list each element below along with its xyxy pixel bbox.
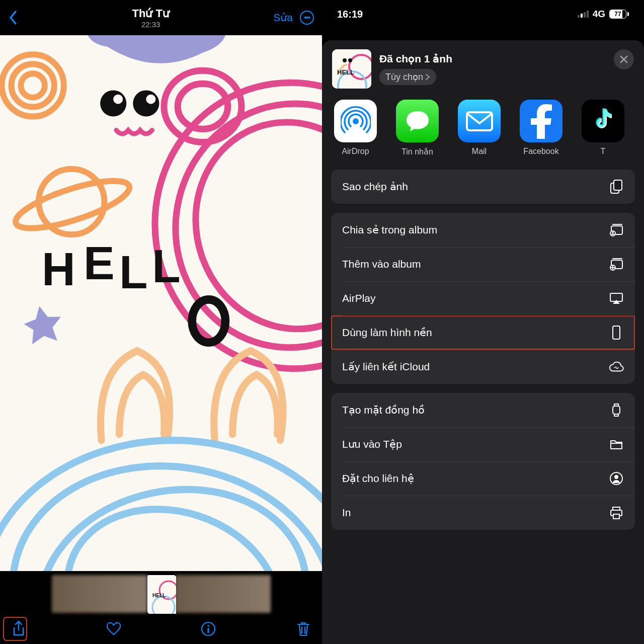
shared-album-icon	[609, 222, 624, 237]
svg-point-6	[113, 95, 123, 104]
battery-icon: 77	[609, 10, 629, 19]
add-album-icon	[609, 257, 624, 272]
action-airplay[interactable]: AirPlay	[331, 281, 635, 315]
app-messages[interactable]: Tin nhắn	[396, 100, 439, 156]
app-tiktok[interactable]: T	[582, 100, 624, 156]
action-print[interactable]: In	[331, 496, 635, 530]
options-button[interactable]: Tùy chọn	[379, 69, 436, 85]
thumbnail[interactable]	[52, 575, 147, 613]
cloud-link-icon	[609, 359, 624, 374]
svg-rect-47	[613, 326, 620, 339]
selected-thumbnail: HELL	[332, 49, 371, 89]
action-copy-photo[interactable]: Sao chép ảnh	[331, 170, 635, 204]
svg-text:H: H	[42, 243, 75, 295]
status-time: 16:19	[337, 9, 363, 20]
app-label: Mail	[472, 147, 487, 156]
svg-point-37	[353, 118, 359, 124]
bottom-toolbar	[0, 614, 322, 644]
row-label: Thêm vào album	[342, 258, 421, 270]
svg-text:L: L	[119, 246, 147, 298]
row-label: Dùng làm hình nền	[342, 327, 432, 339]
svg-point-35	[343, 58, 347, 62]
back-button[interactable]	[8, 10, 28, 25]
folder-icon	[609, 437, 624, 452]
edit-button[interactable]: Sửa	[273, 12, 293, 24]
heart-icon	[106, 621, 121, 636]
share-sheet: HELL Đã chọn 1 ảnh Tùy chọn AirDrop	[322, 40, 644, 644]
airdrop-icon	[334, 100, 377, 142]
action-save-files[interactable]: Lưu vào Tệp	[331, 427, 635, 461]
share-sheet-panel: 16:19 4G 77 HELL Đã chọn 1 ảnh Tùy chọn	[322, 0, 644, 644]
app-label: Facebook	[523, 147, 558, 156]
chevron-right-icon	[425, 73, 430, 80]
app-facebook[interactable]: Facebook	[520, 100, 562, 156]
close-icon	[619, 55, 628, 64]
favorite-button[interactable]	[106, 621, 121, 636]
photo-topbar: Thứ Tư 22:33 Sửa •••	[0, 0, 322, 35]
airplay-icon	[609, 291, 624, 306]
watch-icon	[609, 403, 624, 418]
app-label: AirDrop	[342, 147, 369, 156]
action-assign-contact[interactable]: Đặt cho liên hệ	[331, 461, 635, 496]
svg-point-43	[612, 231, 614, 233]
mail-icon	[458, 100, 501, 142]
thumbnail-selected[interactable]: HELL	[147, 575, 175, 613]
app-mail[interactable]: Mail	[458, 100, 501, 156]
row-label: Đặt cho liên hệ	[342, 472, 414, 485]
info-button[interactable]	[201, 621, 216, 636]
thumbnail-strip[interactable]: HELL	[0, 574, 322, 614]
trash-icon	[296, 621, 310, 637]
action-group: Tạo mặt đồng hồ Lưu vào Tệp Đặt cho liên…	[331, 393, 635, 530]
more-button[interactable]: •••	[300, 11, 314, 25]
svg-rect-30	[208, 628, 209, 633]
action-add-album[interactable]: Thêm vào album	[331, 247, 635, 281]
sheet-header: HELL Đã chọn 1 ảnh Tùy chọn	[322, 49, 644, 100]
row-label: AirPlay	[342, 292, 376, 304]
svg-text:L: L	[152, 240, 180, 292]
svg-point-29	[208, 625, 210, 627]
row-label: Chia sẻ trong album	[342, 224, 437, 236]
svg-point-50	[614, 475, 618, 479]
printer-icon	[609, 505, 624, 520]
action-share-album[interactable]: Chia sẻ trong album	[331, 213, 635, 247]
svg-text:E: E	[84, 237, 115, 289]
photo-viewer-panel: Thứ Tư 22:33 Sửa •••	[0, 0, 322, 644]
close-button[interactable]	[614, 49, 634, 69]
app-label: Tin nhắn	[401, 147, 433, 156]
action-group: Chia sẻ trong album Thêm vào album AirPl…	[331, 213, 635, 384]
ellipsis-icon: •••	[304, 14, 310, 22]
chevron-left-icon	[8, 10, 17, 25]
action-set-wallpaper[interactable]: Dùng làm hình nền	[331, 315, 635, 350]
action-icloud-link[interactable]: Lấy liên kết iCloud	[331, 350, 635, 384]
share-apps-row[interactable]: AirDrop Tin nhắn Mail Facebook	[322, 100, 644, 170]
facebook-icon	[520, 100, 562, 142]
action-create-watchface[interactable]: Tạo mặt đồng hồ	[331, 393, 635, 427]
app-airdrop[interactable]: AirDrop	[334, 100, 377, 156]
svg-rect-53	[613, 514, 619, 519]
signal-icon	[578, 11, 589, 18]
share-button[interactable]	[11, 621, 26, 636]
thumbnail[interactable]	[175, 575, 271, 613]
phone-icon	[609, 325, 624, 340]
copy-icon	[609, 179, 624, 194]
app-label: T	[601, 147, 606, 156]
svg-rect-40	[614, 180, 622, 190]
messages-icon	[396, 100, 439, 142]
action-list: Sao chép ảnh Chia sẻ trong album Thêm và…	[322, 170, 644, 530]
row-label: Tạo mặt đồng hồ	[342, 404, 425, 416]
svg-point-7	[146, 95, 155, 104]
photo-canvas[interactable]: HE LL	[0, 35, 322, 571]
status-bar: 16:19 4G 77	[322, 0, 644, 28]
row-label: Lấy liên kết iCloud	[342, 361, 430, 373]
share-icon	[12, 620, 26, 637]
photo-title: Thứ Tư	[28, 7, 273, 20]
svg-point-5	[133, 90, 159, 116]
contact-icon	[609, 471, 624, 486]
svg-text:HELL: HELL	[337, 68, 354, 76]
svg-rect-38	[467, 112, 492, 130]
svg-point-36	[348, 58, 352, 62]
delete-button[interactable]	[296, 621, 311, 636]
row-label: Sao chép ảnh	[342, 181, 408, 193]
photo-subtitle: 22:33	[28, 20, 273, 29]
tiktok-icon	[582, 100, 624, 142]
